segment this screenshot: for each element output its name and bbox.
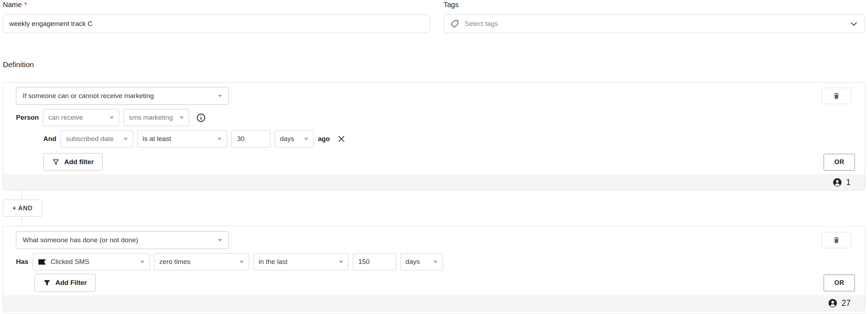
caret-down-icon xyxy=(240,261,244,263)
condition-type-dropdown[interactable]: If someone can or cannot receive marketi… xyxy=(16,87,229,105)
add-and-button[interactable]: + AND xyxy=(3,200,42,217)
condition-type-value: If someone can or cannot receive marketi… xyxy=(23,92,154,100)
or-button[interactable]: OR xyxy=(824,154,855,170)
timeframe-unit-value: days xyxy=(406,258,420,266)
tag-icon xyxy=(450,19,459,28)
date-property-value: subscribed date xyxy=(66,135,114,143)
timeframe-unit-dropdown[interactable]: days xyxy=(400,253,443,270)
and-connector: + AND xyxy=(3,190,865,226)
or-label: OR xyxy=(834,279,844,287)
or-label: OR xyxy=(834,158,844,166)
caret-down-icon xyxy=(140,261,144,263)
consent-channel-value: sms marketing xyxy=(129,114,173,121)
required-marker: * xyxy=(24,1,27,9)
date-comparison-dropdown[interactable]: is at least xyxy=(137,130,227,147)
date-unit-dropdown[interactable]: days xyxy=(275,130,314,147)
tags-placeholder: Select tags xyxy=(465,20,844,28)
add-filter-button[interactable]: Add Filter xyxy=(34,274,96,292)
caret-down-icon xyxy=(218,239,222,242)
sms-metric-icon xyxy=(38,259,46,265)
or-button[interactable]: OR xyxy=(824,275,855,291)
add-filter-button[interactable]: Add filter xyxy=(43,153,103,171)
tags-field-group: Tags Select tags xyxy=(444,1,865,33)
name-label: Name * xyxy=(3,1,430,9)
consent-operator-value: can receive xyxy=(48,114,83,121)
caret-down-icon xyxy=(304,138,308,140)
name-label-text: Name xyxy=(3,1,22,9)
timeframe-dropdown[interactable]: in the last xyxy=(253,253,348,270)
condition-block-1-body: If someone can or cannot receive marketi… xyxy=(3,83,865,174)
tags-label-text: Tags xyxy=(444,1,458,9)
info-icon[interactable] xyxy=(196,113,206,123)
caret-down-icon xyxy=(123,138,128,140)
date-comparison-value: is at least xyxy=(143,135,171,143)
condition-block-2-body: What someone has done (or not done) Has … xyxy=(3,226,865,295)
tags-label: Tags xyxy=(444,1,865,9)
metric-condition-row: Has Clicked SMS zero times in the last xyxy=(16,253,855,270)
has-label: Has xyxy=(16,258,28,266)
caret-down-icon xyxy=(110,117,114,119)
condition-block-1: If someone can or cannot receive marketi… xyxy=(3,82,865,190)
caret-down-icon xyxy=(218,95,222,97)
condition-type-dropdown[interactable]: What someone has done (or not done) xyxy=(16,231,229,249)
delete-condition-button[interactable] xyxy=(822,232,851,248)
person-count-icon xyxy=(833,178,842,187)
filter-icon xyxy=(43,279,51,287)
consent-channel-dropdown[interactable]: sms marketing xyxy=(123,109,189,126)
date-property-dropdown[interactable]: subscribed date xyxy=(61,130,133,147)
tags-select[interactable]: Select tags xyxy=(444,14,865,33)
filter-icon xyxy=(52,158,60,166)
date-value-input[interactable] xyxy=(231,130,270,147)
person-label: Person xyxy=(16,114,39,121)
close-icon[interactable] xyxy=(337,135,346,143)
chevron-down-icon xyxy=(849,19,858,28)
name-field-group: Name * xyxy=(3,1,430,33)
form-header-row: Name * Tags Select tags xyxy=(0,0,868,33)
member-count-strip: 1 xyxy=(3,174,865,190)
consent-operator-dropdown[interactable]: can receive xyxy=(43,109,119,126)
trash-icon xyxy=(833,236,840,244)
timeframe-value-input[interactable] xyxy=(353,253,396,270)
timeframe-value: in the last xyxy=(259,258,287,266)
delete-condition-button[interactable] xyxy=(822,88,851,104)
condition-type-value: What someone has done (or not done) xyxy=(23,236,138,244)
add-filter-or-row: Add filter OR xyxy=(16,153,855,171)
metric-value: Clicked SMS xyxy=(51,258,89,266)
caret-down-icon xyxy=(218,138,222,140)
condition-type-row: What someone has done (or not done) xyxy=(16,231,855,249)
member-count-strip: 27 xyxy=(3,295,865,311)
member-count: 1 xyxy=(846,178,851,187)
metric-value-wrap: Clicked SMS xyxy=(38,258,89,266)
and-label: And xyxy=(43,135,56,143)
ago-label: ago xyxy=(318,135,330,143)
date-filter-row: And subscribed date is at least days ago xyxy=(43,130,855,147)
trash-icon xyxy=(833,92,840,100)
condition-block-2: What someone has done (or not done) Has … xyxy=(3,226,865,311)
caret-down-icon xyxy=(180,117,184,119)
add-filter-label: Add filter xyxy=(64,158,94,166)
segment-name-input[interactable] xyxy=(3,14,430,33)
date-unit-value: days xyxy=(280,135,294,143)
definition-heading: Definition xyxy=(3,60,865,69)
condition-type-row: If someone can or cannot receive marketi… xyxy=(16,87,855,105)
add-filter-or-row: Add Filter OR xyxy=(16,274,855,292)
caret-down-icon xyxy=(339,261,343,263)
person-count-icon xyxy=(828,298,837,308)
caret-down-icon xyxy=(433,261,438,263)
frequency-dropdown[interactable]: zero times xyxy=(154,253,249,270)
metric-dropdown[interactable]: Clicked SMS xyxy=(33,253,150,270)
member-count: 27 xyxy=(841,298,851,308)
person-condition-row: Person can receive sms marketing xyxy=(16,109,855,126)
add-filter-label: Add Filter xyxy=(55,279,87,287)
frequency-value: zero times xyxy=(159,258,191,266)
